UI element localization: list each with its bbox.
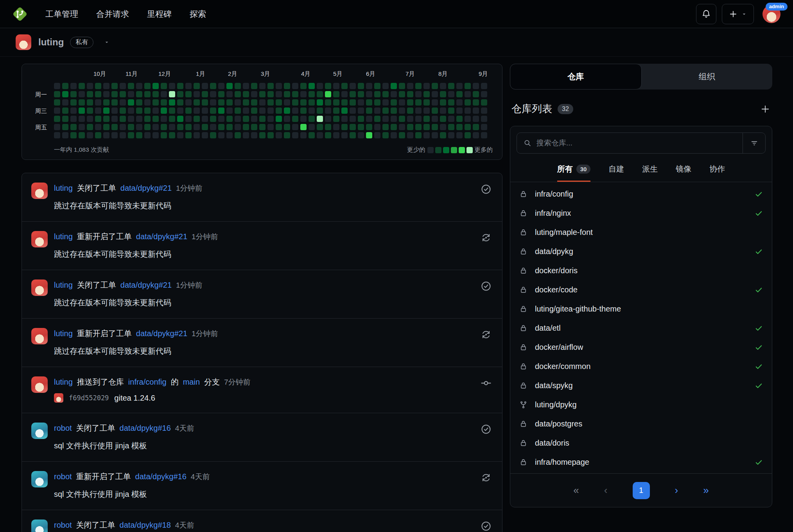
- heatmap-cell[interactable]: [292, 99, 298, 106]
- heatmap-cell[interactable]: [391, 107, 397, 114]
- heatmap-cell[interactable]: [111, 107, 118, 114]
- heatmap-cell[interactable]: [300, 116, 307, 122]
- heatmap-cell[interactable]: [177, 91, 183, 97]
- repo-row[interactable]: data/postgres: [510, 414, 772, 433]
- heatmap-cell[interactable]: [399, 116, 405, 122]
- heatmap-cell[interactable]: [62, 124, 68, 130]
- heatmap-cell[interactable]: [144, 99, 151, 106]
- heatmap-cell[interactable]: [309, 116, 315, 122]
- heatmap-cell[interactable]: [111, 116, 118, 122]
- heatmap-cell[interactable]: [350, 124, 356, 130]
- heatmap-cell[interactable]: [407, 99, 413, 106]
- heatmap-cell[interactable]: [259, 124, 266, 130]
- heatmap-cell[interactable]: [309, 107, 315, 114]
- heatmap-cell[interactable]: [300, 99, 307, 106]
- heatmap-cell[interactable]: [292, 116, 298, 122]
- heatmap-cell[interactable]: [415, 124, 422, 130]
- heatmap-cell[interactable]: [358, 99, 364, 106]
- heatmap-cell[interactable]: [161, 132, 167, 138]
- heatmap-cell[interactable]: [54, 83, 60, 89]
- repo-row[interactable]: infra/nginx: [510, 204, 772, 223]
- heatmap-cell[interactable]: [267, 99, 274, 106]
- heatmap-cell[interactable]: [185, 83, 192, 89]
- heatmap-cell[interactable]: [95, 91, 101, 97]
- heatmap-cell[interactable]: [341, 124, 348, 130]
- heatmap-cell[interactable]: [111, 132, 118, 138]
- chevron-down-icon[interactable]: [104, 39, 110, 45]
- heatmap-cell[interactable]: [120, 107, 126, 114]
- heatmap-cell[interactable]: [440, 91, 446, 97]
- heatmap-cell[interactable]: [391, 124, 397, 130]
- heatmap-cell[interactable]: [210, 132, 216, 138]
- repo-name[interactable]: luting/gitea-github-theme: [535, 305, 621, 313]
- heatmap-cell[interactable]: [481, 132, 487, 138]
- heatmap-cell[interactable]: [251, 116, 257, 122]
- tab-organizations[interactable]: 组织: [642, 64, 773, 90]
- repo-row[interactable]: data/spykg: [510, 376, 772, 395]
- nav-item-milestones[interactable]: 里程碑: [147, 9, 172, 20]
- heatmap-cell[interactable]: [152, 124, 159, 130]
- heatmap-cell[interactable]: [161, 99, 167, 106]
- heatmap-cell[interactable]: [54, 91, 60, 97]
- heatmap-cell[interactable]: [358, 91, 364, 97]
- repo-name[interactable]: luting/maple-font: [535, 228, 593, 237]
- nav-item-explore[interactable]: 探索: [190, 9, 206, 20]
- filter-tab-collaborative[interactable]: 协作: [709, 164, 725, 182]
- heatmap-cell[interactable]: [103, 107, 109, 114]
- heatmap-cell[interactable]: [226, 99, 233, 106]
- heatmap-cell[interactable]: [177, 124, 183, 130]
- heatmap-cell[interactable]: [309, 124, 315, 130]
- heatmap-cell[interactable]: [432, 124, 438, 130]
- heatmap-cell[interactable]: [276, 83, 282, 89]
- heatmap-cell[interactable]: [259, 99, 266, 106]
- heatmap-cell[interactable]: [358, 83, 364, 89]
- heatmap-cell[interactable]: [95, 107, 101, 114]
- heatmap-cell[interactable]: [448, 107, 454, 114]
- heatmap-cell[interactable]: [62, 107, 68, 114]
- heatmap-cell[interactable]: [374, 99, 380, 106]
- filter-tab-sources[interactable]: 自建: [608, 164, 624, 182]
- heatmap-cell[interactable]: [276, 116, 282, 122]
- heatmap-cell[interactable]: [136, 83, 142, 89]
- heatmap-cell[interactable]: [251, 99, 257, 106]
- heatmap-cell[interactable]: [120, 124, 126, 130]
- heatmap-cell[interactable]: [456, 116, 463, 122]
- gitea-logo-icon[interactable]: [12, 6, 28, 22]
- heatmap-cell[interactable]: [177, 116, 183, 122]
- heatmap-cell[interactable]: [292, 132, 298, 138]
- heatmap-cell[interactable]: [374, 107, 380, 114]
- heatmap-cell[interactable]: [465, 99, 471, 106]
- heatmap-cell[interactable]: [235, 132, 241, 138]
- heatmap-cell[interactable]: [300, 107, 307, 114]
- heatmap-cell[interactable]: [481, 124, 487, 130]
- heatmap-cell[interactable]: [456, 83, 463, 89]
- heatmap-cell[interactable]: [194, 116, 200, 122]
- heatmap-cell[interactable]: [111, 124, 118, 130]
- user-menu[interactable]: admin: [762, 5, 780, 23]
- heatmap-cell[interactable]: [202, 132, 208, 138]
- heatmap-cell[interactable]: [54, 132, 60, 138]
- heatmap-cell[interactable]: [292, 83, 298, 89]
- avatar[interactable]: [31, 328, 48, 344]
- heatmap-cell[interactable]: [276, 132, 282, 138]
- heatmap-cell[interactable]: [202, 99, 208, 106]
- heatmap-cell[interactable]: [226, 107, 233, 114]
- heatmap-cell[interactable]: [218, 99, 224, 106]
- heatmap-cell[interactable]: [415, 107, 422, 114]
- heatmap-cell[interactable]: [317, 107, 323, 114]
- heatmap-cell[interactable]: [177, 132, 183, 138]
- heatmap-cell[interactable]: [128, 83, 134, 89]
- heatmap-cell[interactable]: [350, 116, 356, 122]
- heatmap-cell[interactable]: [226, 91, 233, 97]
- heatmap-cell[interactable]: [391, 91, 397, 97]
- heatmap-cell[interactable]: [251, 132, 257, 138]
- heatmap-cell[interactable]: [79, 99, 85, 106]
- heatmap-cell[interactable]: [218, 83, 224, 89]
- heatmap-cell[interactable]: [448, 124, 454, 130]
- heatmap-cell[interactable]: [423, 83, 430, 89]
- repo-row[interactable]: luting/gitea-github-theme: [510, 299, 772, 319]
- heatmap-cell[interactable]: [325, 132, 331, 138]
- heatmap-cell[interactable]: [407, 116, 413, 122]
- heatmap-cell[interactable]: [284, 83, 290, 89]
- heatmap-cell[interactable]: [194, 83, 200, 89]
